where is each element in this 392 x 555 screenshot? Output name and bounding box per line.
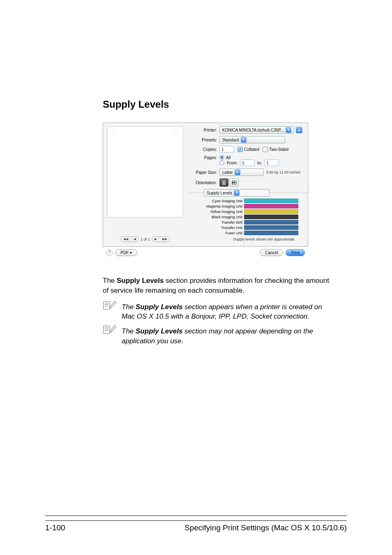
supply-name: Yellow Imaging Unit xyxy=(189,210,244,214)
updown-icon: ⇅ xyxy=(235,169,240,175)
supply-bar xyxy=(244,215,298,219)
supply-name: Black Imaging Unit xyxy=(189,215,244,219)
copies-label: Copies: xyxy=(189,147,219,152)
supply-name: Transfer Belt xyxy=(189,220,244,224)
orientation-label: Orientation: xyxy=(189,180,219,185)
page-number: 1-100 xyxy=(45,523,65,532)
supply-row: Fuser Unit xyxy=(189,230,304,236)
page-preview: —— — — xyxy=(107,126,183,217)
preview-next-button[interactable]: ▶ ▶▶ xyxy=(152,236,170,242)
cancel-button[interactable]: Cancel xyxy=(260,249,283,256)
supply-row: Transfer Unit xyxy=(189,225,304,230)
twosided-checkbox[interactable]: Two-Sided xyxy=(263,147,288,152)
pages-to-label: to: xyxy=(257,161,262,165)
prev-icon: ◀ xyxy=(131,237,138,242)
pages-range-radio[interactable] xyxy=(219,160,224,165)
orientation-landscape[interactable] xyxy=(230,178,239,187)
copies-input[interactable]: 1 xyxy=(219,146,234,153)
supply-list: Cyan Imaging UnitMagenta Imaging UnitYel… xyxy=(189,198,304,236)
svg-point-1 xyxy=(224,182,225,183)
pages-to-input[interactable]: 1 xyxy=(264,160,279,166)
updown-icon: ⇅ xyxy=(286,127,291,133)
supply-bar xyxy=(244,204,298,208)
help-button[interactable]: ? xyxy=(106,250,113,256)
supply-row: Cyan Imaging Unit xyxy=(189,198,304,204)
presets-select[interactable]: Standard ⇅ xyxy=(219,136,285,143)
check-icon: ✓ xyxy=(238,147,243,152)
supply-row: Magenta Imaging Unit xyxy=(189,204,304,209)
pages-label: Pages: xyxy=(189,155,219,160)
section-value: Supply Levels xyxy=(207,191,232,195)
supply-name: Fuser Unit xyxy=(189,231,244,235)
printer-label: Printer: xyxy=(189,128,219,132)
printer-collapse-button[interactable]: ▲ xyxy=(296,127,302,133)
description-paragraph: The Supply Levels section provides infor… xyxy=(103,276,334,296)
printer-select[interactable]: KONICA MINOLTA bizhub C35P... ⇅ xyxy=(219,126,294,134)
checkbox-icon xyxy=(263,147,268,152)
presets-value: Standard xyxy=(222,138,239,142)
updown-icon: ⇅ xyxy=(241,137,247,143)
collated-checkbox[interactable]: ✓ Collated xyxy=(238,147,259,152)
supplies-footnote: Supply levels shown are approximate. xyxy=(189,236,304,244)
page-heading: Supply Levels xyxy=(103,99,334,110)
note-1: The Supply Levels section appears when a… xyxy=(103,301,334,322)
preview-counter: 1 of 1 xyxy=(141,237,150,241)
pages-from-label: From: xyxy=(227,161,238,165)
svg-point-3 xyxy=(234,182,235,183)
forward-icon: ▶▶ xyxy=(160,237,170,242)
landscape-icon xyxy=(232,180,237,185)
supply-bar xyxy=(244,231,298,235)
supply-bar xyxy=(244,225,298,230)
supply-bar xyxy=(244,209,298,214)
pdf-button[interactable]: PDF ▾ xyxy=(115,249,137,256)
supply-name: Magenta Imaging Unit xyxy=(189,204,244,208)
papersize-note: 8.50 by 11.00 inches xyxy=(266,170,300,174)
print-button[interactable]: Print xyxy=(286,249,305,256)
svg-rect-8 xyxy=(104,326,110,334)
preview-prev-button[interactable]: ◀◀ ◀ xyxy=(120,236,139,242)
pages-from-input[interactable]: 1 xyxy=(240,160,255,166)
footer-title: Specifying Print Settings (Mac OS X 10.5… xyxy=(184,523,347,532)
pages-all-label: All xyxy=(226,155,231,160)
orientation-portrait[interactable] xyxy=(219,178,228,187)
supply-row: Black Imaging Unit xyxy=(189,214,304,220)
rewind-icon: ◀◀ xyxy=(121,237,131,242)
print-dialog-screenshot: —— — — ◀◀ ◀ 1 of 1 ▶ xyxy=(103,123,308,259)
supply-name: Cyan Imaging Unit xyxy=(189,199,244,203)
supply-row: Yellow Imaging Unit xyxy=(189,209,304,214)
supply-row: Transfer Belt xyxy=(189,220,304,225)
pages-all-radio[interactable] xyxy=(219,155,224,160)
note-icon xyxy=(103,301,117,313)
question-icon: ? xyxy=(108,250,111,255)
papersize-value: Letter xyxy=(222,170,233,175)
printer-value: KONICA MINOLTA bizhub C35P... xyxy=(222,128,284,132)
section-select[interactable]: Supply Levels ⇅ xyxy=(204,189,270,197)
updown-icon: ⇅ xyxy=(234,190,240,196)
portrait-icon xyxy=(222,180,226,185)
collated-label: Collated xyxy=(244,147,259,152)
preview-nav: ◀◀ ◀ 1 of 1 ▶ ▶▶ xyxy=(107,235,183,244)
presets-label: Presets: xyxy=(189,138,219,142)
next-icon: ▶ xyxy=(152,237,160,242)
supply-bar xyxy=(244,220,298,224)
triangle-up-icon: ▲ xyxy=(297,128,301,132)
papersize-label: Paper Size: xyxy=(189,170,219,175)
note-icon xyxy=(103,325,117,338)
supply-bar xyxy=(244,199,298,203)
twosided-label: Two-Sided xyxy=(269,147,288,152)
papersize-select[interactable]: Letter ⇅ xyxy=(219,169,264,176)
supply-name: Transfer Unit xyxy=(189,226,244,230)
svg-rect-4 xyxy=(104,301,110,309)
note-2: The Supply Levels section may not appear… xyxy=(103,325,334,346)
